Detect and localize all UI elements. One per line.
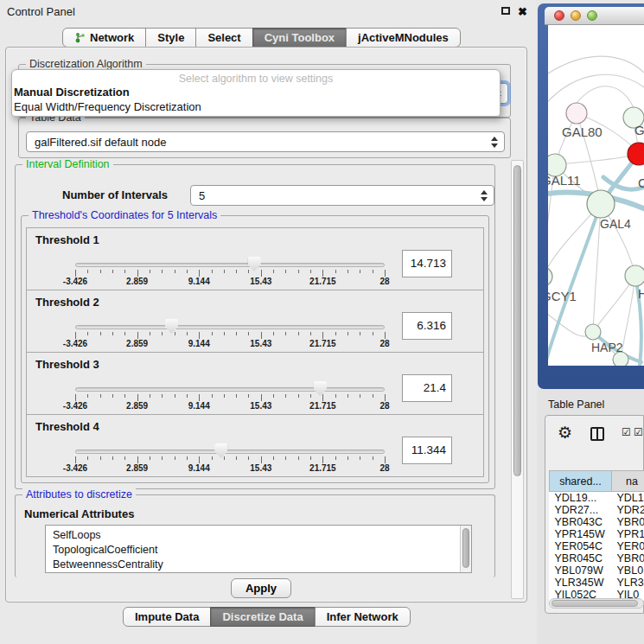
number-of-intervals-label: Number of Intervals bbox=[62, 188, 168, 201]
dropdown-hint: Select algorithm to view settings bbox=[12, 73, 500, 85]
tab-impute-data[interactable]: Impute Data bbox=[123, 607, 211, 627]
number-of-intervals-combobox[interactable]: 5 bbox=[190, 185, 494, 206]
threshold-value-field[interactable]: 21.4 bbox=[402, 374, 452, 402]
table-cell[interactable]: YDL19... bbox=[550, 492, 612, 505]
column-layout-icon[interactable] bbox=[590, 427, 604, 441]
group-title: Discretization Algorithm bbox=[26, 58, 146, 70]
thresholds-container: Threshold 1-3.4262.8599.14415.4321.71528… bbox=[22, 228, 484, 477]
threshold-value-field[interactable]: 6.316 bbox=[402, 312, 452, 340]
table-cell[interactable]: YBR045C bbox=[550, 552, 612, 564]
table-panel-region: Table Panel ⚙ ☑ ☑ shared... na YDL19...Y… bbox=[538, 389, 644, 644]
table-data-group: Table Data galFiltered.sif default node bbox=[18, 118, 511, 158]
float-window-icon[interactable] bbox=[501, 7, 510, 15]
checkbox-icon[interactable]: ☑ bbox=[622, 426, 631, 438]
apply-button[interactable]: Apply bbox=[231, 578, 291, 598]
top-tab-bar: Network Style Select Cyni Toolbox jActiv… bbox=[62, 28, 461, 48]
numerical-attributes-label: Numerical Attributes bbox=[24, 507, 134, 520]
tab-network[interactable]: Network bbox=[62, 28, 146, 48]
slider-scale-labels: -3.4262.8599.14415.4321.71528 bbox=[75, 339, 385, 349]
table-row[interactable]: YDL19...YDL1 bbox=[550, 492, 644, 505]
table-cell[interactable]: YDR2 bbox=[612, 504, 644, 516]
thresholds-coordinates-group: Threshold's Coordinates for 5 Intervals … bbox=[21, 215, 489, 483]
node-label-ga: GA bbox=[634, 123, 644, 137]
table-cell[interactable]: YBR0 bbox=[612, 516, 644, 528]
table-cell[interactable]: YBL079W bbox=[550, 564, 612, 577]
list-scrollbar-thumb[interactable] bbox=[462, 528, 469, 568]
threshold-label: Threshold 2 bbox=[35, 296, 99, 309]
column-header-name[interactable]: na bbox=[612, 471, 644, 492]
table-panel-title: Table Panel bbox=[548, 399, 604, 411]
slider-track[interactable] bbox=[75, 450, 385, 454]
tab-discretize-data[interactable]: Discretize Data bbox=[210, 607, 315, 627]
slider-scale-labels: -3.4262.8599.14415.4321.71528 bbox=[75, 277, 385, 287]
slider-scale-labels: -3.4262.8599.14415.4321.71528 bbox=[75, 401, 385, 411]
table-data-combobox[interactable]: galFiltered.sif default node bbox=[26, 131, 505, 152]
group-title: Threshold's Coordinates for 5 Intervals bbox=[29, 209, 220, 221]
node-label-c: C bbox=[638, 175, 644, 190]
attribute-list-item[interactable]: TopologicalCoefficient bbox=[53, 543, 471, 558]
zoom-window-icon[interactable] bbox=[587, 10, 597, 21]
node-label-hap2: HAP2 bbox=[591, 341, 623, 354]
table-cell[interactable]: YBR043C bbox=[550, 516, 612, 528]
tab-infer-network[interactable]: Infer Network bbox=[315, 607, 411, 627]
table-horizontal-scrollbar[interactable] bbox=[549, 598, 644, 609]
network-window-titlebar[interactable] bbox=[545, 7, 644, 25]
table-row[interactable]: YPR145WYPR1 bbox=[550, 528, 644, 540]
threshold-value-field[interactable]: 14.713 bbox=[402, 250, 452, 277]
table-row[interactable]: YBL079WYBL0 bbox=[550, 564, 644, 577]
network-canvas[interactable]: GAL80 GA C GAL11 GAL4 GCY1 H HAP2 bbox=[548, 25, 644, 366]
tab-select[interactable]: Select bbox=[195, 28, 252, 48]
table-row[interactable]: YER054CYER0 bbox=[550, 540, 644, 552]
threshold-panel-2: Threshold 2-3.4262.8599.14415.4321.71528… bbox=[26, 290, 484, 353]
combo-arrows-icon bbox=[481, 190, 487, 201]
table-scrollbar-thumb[interactable] bbox=[552, 600, 638, 607]
slider-track[interactable] bbox=[75, 387, 385, 392]
table-row[interactable]: YBR043CYBR0 bbox=[550, 516, 644, 528]
column-header-shared-name[interactable]: shared... bbox=[550, 471, 612, 492]
table-row[interactable]: YDR27...YDR2 bbox=[550, 504, 644, 516]
slider-track[interactable] bbox=[75, 325, 385, 329]
tab-jactivemnodules[interactable]: jActiveMNodules bbox=[346, 28, 461, 48]
tab-label: Network bbox=[90, 31, 134, 44]
minimize-window-icon[interactable] bbox=[571, 10, 581, 21]
tab-label: Discretize Data bbox=[222, 610, 303, 623]
dropdown-option-equal-width-frequency[interactable]: Equal Width/Frequency Discretization bbox=[14, 100, 201, 113]
table-cell[interactable]: YBR0 bbox=[612, 552, 644, 564]
bottom-tab-bar: Impute Data Discretize Data Infer Networ… bbox=[123, 607, 411, 627]
attributes-to-discretize-group: Attributes to discretize Numerical Attri… bbox=[15, 494, 495, 577]
table-cell[interactable]: YPR145W bbox=[550, 528, 612, 540]
checkbox-icon[interactable]: ☑ bbox=[634, 426, 643, 438]
tab-style[interactable]: Style bbox=[145, 28, 196, 48]
gear-icon[interactable]: ⚙ bbox=[558, 423, 572, 443]
tab-cyni-toolbox[interactable]: Cyni Toolbox bbox=[252, 28, 347, 48]
table-cell[interactable]: YER054C bbox=[550, 540, 612, 552]
threshold-value-field[interactable]: 11.344 bbox=[402, 437, 452, 464]
slider-track[interactable] bbox=[75, 263, 385, 267]
control-panel: Control Panel ✖ Network Style Select Cyn… bbox=[0, 0, 536, 644]
algorithm-dropdown-popup: Select algorithm to view settings Manual… bbox=[11, 69, 501, 117]
tab-label: Select bbox=[207, 31, 240, 44]
table-cell[interactable]: YLR345W bbox=[550, 577, 612, 589]
list-scrollbar[interactable] bbox=[460, 526, 471, 572]
table-cell[interactable]: YDR27... bbox=[550, 504, 612, 516]
table-row[interactable]: YLR345WYLR3 bbox=[550, 577, 644, 589]
close-window-icon[interactable] bbox=[554, 10, 564, 21]
table-cell[interactable]: YDL1 bbox=[612, 492, 644, 505]
network-icon bbox=[74, 32, 86, 43]
tab-label: jActiveMNodules bbox=[358, 31, 449, 44]
numerical-attributes-list[interactable]: SelfLoopsTopologicalCoefficientBetweenne… bbox=[45, 525, 472, 573]
dropdown-option-manual-discretization[interactable]: Manual Discretization bbox=[14, 86, 130, 99]
panel-scrollbar[interactable] bbox=[511, 160, 524, 599]
node-label-h: H bbox=[638, 286, 644, 301]
table-cell[interactable]: YLR3 bbox=[612, 577, 644, 589]
close-icon[interactable]: ✖ bbox=[518, 5, 527, 18]
table-row[interactable]: YBR045CYBR0 bbox=[550, 552, 644, 564]
attribute-items: SelfLoopsTopologicalCoefficientBetweenne… bbox=[46, 526, 471, 572]
table-cell[interactable]: YBL0 bbox=[612, 564, 644, 577]
cyni-toolbox-pane: Discretization Algorithm Select algorith… bbox=[5, 47, 527, 603]
table-cell[interactable]: YPR1 bbox=[612, 528, 644, 540]
panel-scrollbar-thumb[interactable] bbox=[513, 165, 521, 476]
attribute-list-item[interactable]: SelfLoops bbox=[53, 528, 471, 543]
attribute-list-item[interactable]: BetweennessCentrality bbox=[53, 558, 471, 572]
table-cell[interactable]: YER0 bbox=[612, 540, 644, 552]
